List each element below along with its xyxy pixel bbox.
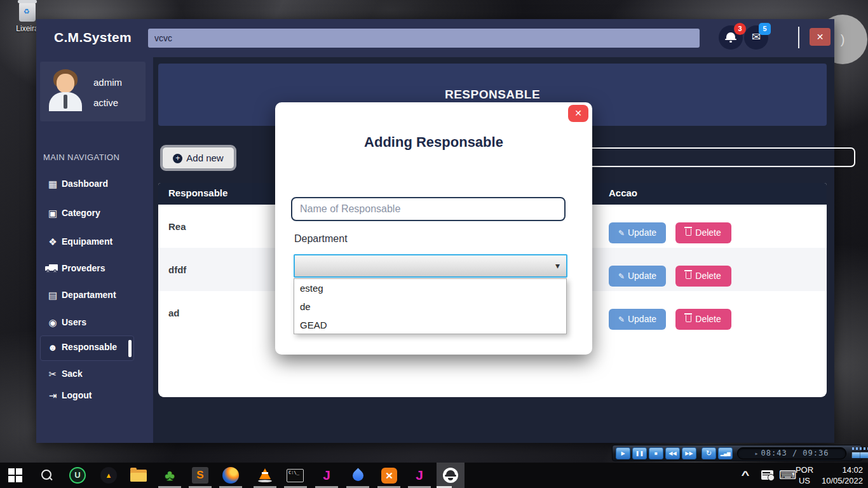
avatar-face bbox=[57, 74, 74, 93]
department-option[interactable]: esteg bbox=[294, 279, 566, 297]
clover-icon: ♣ bbox=[161, 466, 179, 484]
avatar-tie bbox=[64, 95, 67, 109]
page-title: RESPONSABLE bbox=[158, 88, 827, 102]
recycle-bin-icon: ♻ bbox=[19, 3, 36, 22]
department-select[interactable]: ▾ bbox=[294, 254, 567, 278]
responsable-name: dfdf bbox=[168, 264, 186, 275]
edit-icon: ✎ bbox=[618, 229, 625, 238]
time-display: ▸08:43 / 09:36 bbox=[737, 447, 846, 459]
vlc-cone-icon bbox=[256, 466, 274, 484]
department-option[interactable]: GEAD bbox=[294, 316, 566, 334]
user-avatar bbox=[49, 69, 82, 111]
trash-icon bbox=[686, 272, 691, 279]
recycle-icon: ♻ bbox=[24, 8, 30, 16]
sidebar-item-responsable[interactable]: ☻ Responsable bbox=[36, 340, 153, 362]
equalizer-button[interactable]: ▂▄▆ bbox=[718, 447, 733, 459]
taskbar: U ▲ ♣ S C:\_ J ✕ J ^ ⌨ POR US 14:02 10/0… bbox=[0, 463, 868, 488]
sidebar-item-equipament[interactable]: ❖ Equipament bbox=[36, 234, 153, 256]
user-status: active bbox=[93, 97, 118, 108]
xampp-icon: ✕ bbox=[381, 468, 397, 484]
taskbar-aimp-icon[interactable]: ▲ bbox=[100, 466, 118, 484]
search-icon bbox=[37, 466, 55, 484]
rewind-button[interactable]: ◀◀ bbox=[665, 447, 680, 459]
edit-icon: ✎ bbox=[618, 315, 625, 324]
dashboard-icon: ▦ bbox=[46, 177, 60, 192]
chevron-down-icon: ▾ bbox=[555, 261, 560, 271]
delete-button[interactable]: Delete bbox=[675, 222, 731, 243]
column-header-accao: Accao bbox=[609, 187, 637, 198]
blue-flame-icon bbox=[350, 468, 365, 483]
taskbar-cmd-icon[interactable]: C:\_ bbox=[287, 466, 304, 484]
taskbar-flame-app-icon[interactable] bbox=[349, 466, 367, 484]
forward-button[interactable]: ▶▶ bbox=[682, 447, 696, 459]
update-button[interactable]: ✎Update bbox=[609, 222, 666, 243]
sidebar-item-users[interactable]: ◉ Users bbox=[36, 315, 153, 337]
taskbar-jdownloader2-icon[interactable]: J bbox=[410, 466, 428, 484]
taskbar-iobit-icon[interactable]: U bbox=[69, 466, 86, 484]
taskbar-sublime-icon[interactable]: S bbox=[191, 466, 209, 484]
tray-chevron-up[interactable]: ^ bbox=[742, 469, 750, 482]
app-brand: C.M.System bbox=[54, 30, 132, 45]
app-window: C.M.System 3 ✉ 5 ✕ admim active MAI bbox=[36, 19, 834, 443]
progress-segments bbox=[851, 452, 868, 458]
update-button[interactable]: ✎Update bbox=[609, 309, 666, 330]
sidebar-item-category[interactable]: ▣ Category bbox=[36, 206, 153, 227]
stop-button[interactable]: ■ bbox=[649, 447, 663, 459]
responsable-name: ad bbox=[168, 308, 180, 318]
logout-icon: ⇥ bbox=[46, 388, 60, 403]
add-new-button[interactable]: +Add new bbox=[162, 147, 234, 169]
responsable-name-input[interactable] bbox=[291, 197, 566, 221]
sidebar-item-logout[interactable]: ⇥ Logout bbox=[36, 388, 153, 410]
aimp-icon: ▲ bbox=[100, 467, 117, 484]
taskbar-firefox-icon[interactable] bbox=[222, 466, 240, 484]
department-option-list: esteg de GEAD bbox=[294, 278, 567, 334]
delete-button[interactable]: Delete bbox=[675, 266, 731, 287]
topbar-search-input[interactable] bbox=[148, 29, 700, 48]
pause-button[interactable]: ❚❚ bbox=[632, 447, 647, 459]
clock[interactable]: 14:02 10/05/2022 bbox=[818, 464, 863, 486]
topbar-divider bbox=[798, 27, 799, 48]
repeat-button[interactable]: ↻ bbox=[702, 447, 716, 459]
taskbar-clover-icon[interactable]: ♣ bbox=[161, 466, 179, 484]
progress-area bbox=[851, 447, 868, 459]
scissors-icon: ✂ bbox=[46, 367, 60, 382]
terminal-icon: C:\_ bbox=[287, 469, 304, 482]
progress-bar[interactable] bbox=[851, 451, 868, 459]
taskbar-xampp-icon[interactable]: ✕ bbox=[380, 466, 398, 484]
firefox-icon bbox=[222, 467, 239, 484]
jdownloader-icon: J bbox=[410, 466, 428, 484]
update-button[interactable]: ✎Update bbox=[609, 266, 666, 287]
taskbar-jdownloader-icon[interactable]: J bbox=[318, 466, 336, 484]
window-close-button[interactable]: ✕ bbox=[810, 28, 831, 46]
sidebar-item-departament[interactable]: ▤ Departament bbox=[36, 288, 153, 309]
sidebar-item-dashboard[interactable]: ▦ Dashboard bbox=[36, 177, 153, 198]
briefcase-icon: ▣ bbox=[46, 206, 60, 221]
play-button[interactable]: ▶ bbox=[616, 447, 630, 459]
language-indicator[interactable]: POR US bbox=[792, 464, 817, 486]
modal-close-button[interactable]: ✕ bbox=[568, 105, 588, 122]
taskbar-vlc-icon[interactable] bbox=[256, 466, 274, 484]
iobit-icon: U bbox=[69, 467, 86, 484]
trash-icon bbox=[686, 229, 691, 236]
sidebar-section-label: MAIN NAVIGATION bbox=[43, 152, 119, 162]
desktop-background: ♻ Lixeira ) C.M.System 3 ✉ 5 ✕ bbox=[0, 0, 868, 488]
sidebar-item-sack[interactable]: ✂ Sack bbox=[36, 367, 153, 388]
sidebar-user-card: admim active bbox=[40, 62, 146, 121]
taskbar-active-app[interactable] bbox=[437, 463, 465, 488]
edit-icon: ✎ bbox=[618, 272, 625, 281]
delete-button[interactable]: Delete bbox=[675, 309, 731, 330]
notification-center-icon[interactable] bbox=[761, 470, 773, 480]
start-button[interactable] bbox=[6, 466, 24, 484]
taskbar-search-button[interactable] bbox=[37, 466, 55, 484]
responsable-name: Rea bbox=[168, 221, 186, 232]
department-option[interactable]: de bbox=[294, 297, 566, 316]
cubes-icon: ❖ bbox=[46, 234, 60, 250]
column-header-responsable: Responsable bbox=[168, 187, 227, 198]
adding-responsable-modal: ✕ Adding Responsable Department ▾ esteg … bbox=[275, 102, 592, 355]
notifications-badge: 3 bbox=[734, 23, 746, 35]
taskbar-explorer-icon[interactable] bbox=[130, 466, 148, 484]
building-icon: ▤ bbox=[46, 288, 60, 303]
sublime-icon: S bbox=[192, 467, 208, 484]
sidebar-item-proveders[interactable]: Proveders bbox=[36, 261, 153, 283]
trash-icon bbox=[686, 315, 691, 322]
